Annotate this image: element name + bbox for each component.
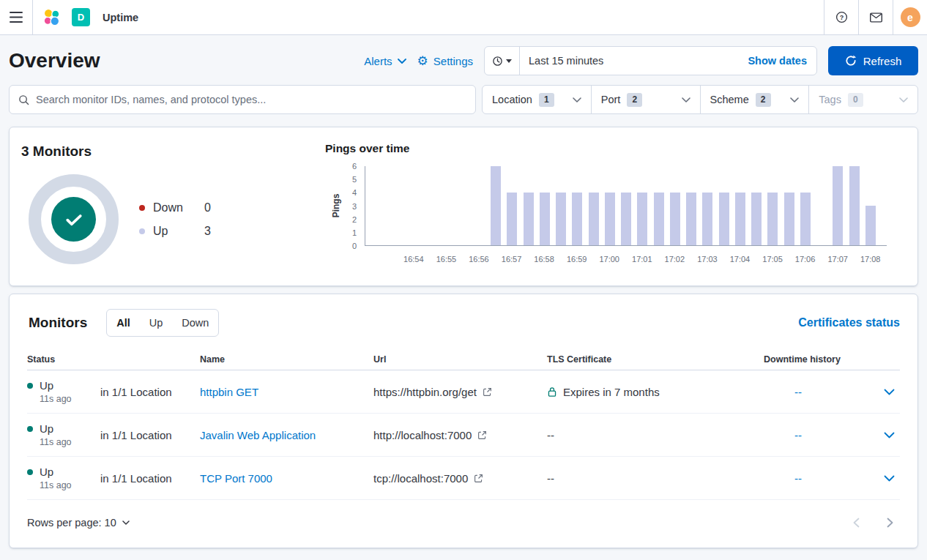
chevron-down-icon [122, 520, 130, 525]
x-tick-label: 17:07 [827, 255, 848, 264]
x-tick-label: 17:00 [599, 255, 619, 264]
table-row: Up 11s ago in 1/1 Location httpbin GET h… [27, 370, 900, 414]
ping-bar [589, 193, 599, 245]
filter-location[interactable]: Location 1 [483, 86, 592, 113]
tab-all[interactable]: All [107, 310, 140, 336]
ping-bar [735, 193, 745, 245]
mail-icon [870, 12, 882, 23]
pagination [846, 512, 900, 533]
search-input[interactable] [36, 94, 466, 105]
x-tick-label: 17:08 [860, 255, 881, 264]
ping-bar [654, 193, 664, 245]
ping-bar [865, 206, 876, 245]
status-text: Up [40, 466, 53, 478]
settings-button[interactable]: ⚙ Settings [417, 55, 473, 67]
help-icon: ? [835, 11, 848, 23]
ping-bar [800, 193, 811, 245]
gear-icon: ⚙ [417, 55, 428, 67]
quick-select-button[interactable] [485, 47, 520, 75]
x-tick-label: 17:01 [632, 255, 652, 264]
top-navigation-bar: D Uptime ? e [0, 0, 927, 35]
filter-scheme[interactable]: Scheme 2 [701, 86, 810, 113]
rows-per-page-button[interactable]: Rows per page: 10 [27, 517, 130, 529]
ping-bar [751, 193, 762, 245]
y-tick-label: 0 [352, 242, 357, 250]
time-range-value[interactable]: Last 15 minutes [520, 55, 738, 67]
up-dot-icon [139, 228, 145, 234]
refresh-icon [845, 55, 857, 67]
refresh-button[interactable]: Refresh [828, 46, 918, 75]
status-text: Up [40, 422, 53, 435]
alerts-dropdown[interactable]: Alerts [364, 55, 406, 67]
next-page-button[interactable] [879, 512, 900, 533]
chart-x-ticks: 16:5416:5516:5616:5716:5816:5917:0017:01… [365, 255, 887, 265]
col-downtime: Downtime history [764, 354, 878, 365]
ping-bar [572, 193, 582, 245]
ping-bar [702, 193, 712, 245]
x-tick-label: 17:04 [730, 255, 751, 264]
col-name: Name [200, 354, 373, 365]
page-header: Overview Alerts ⚙ Settings Last 15 minut… [0, 35, 927, 85]
expand-row-button[interactable] [878, 381, 900, 403]
newsfeed-button[interactable] [858, 0, 893, 34]
expand-row-button[interactable] [878, 467, 900, 489]
filter-tags-label: Tags [819, 94, 841, 105]
filter-location-count: 1 [539, 93, 554, 107]
filter-tags: Tags 0 [809, 86, 917, 113]
x-tick-label: 16:55 [436, 255, 457, 264]
external-link-icon[interactable] [477, 430, 487, 440]
ping-bar [767, 193, 778, 245]
certificates-status-link[interactable]: Certificates status [798, 316, 900, 329]
ping-bar [621, 193, 631, 245]
monitor-name-link[interactable]: TCP Port 7000 [200, 472, 272, 485]
legend-row-down: Down 0 [139, 196, 211, 220]
x-tick-label: 16:56 [469, 255, 489, 264]
expand-row-button[interactable] [878, 424, 900, 446]
filter-location-label: Location [492, 94, 532, 105]
external-link-icon[interactable] [483, 387, 492, 397]
tls-expiry: Expires in 7 months [563, 386, 660, 398]
status-dot [27, 469, 33, 475]
status-dot [27, 383, 33, 389]
y-tick-label: 4 [352, 188, 357, 197]
y-tick-label: 5 [352, 175, 357, 184]
external-link-icon[interactable] [474, 474, 483, 483]
chevron-left-icon [853, 518, 860, 528]
filter-tags-count: 0 [848, 93, 863, 107]
chevron-down-icon [884, 389, 895, 395]
help-button[interactable]: ? [824, 0, 858, 34]
show-dates-button[interactable]: Show dates [738, 55, 816, 67]
snapshot-panel: 3 Monitors Down 0 Up 3 Pings over time P… [9, 127, 918, 286]
chevron-right-icon [887, 518, 893, 528]
x-tick-label: 17:03 [697, 255, 718, 264]
ping-bar [605, 193, 615, 245]
monitors-title: Monitors [29, 315, 87, 331]
filter-bar: Location 1 Port 2 Scheme 2 Tags 0 [0, 85, 927, 114]
downtime-history: -- [764, 472, 878, 485]
tab-up[interactable]: Up [140, 310, 173, 336]
table-header-row: Status Name Url TLS Certificate Downtime… [27, 348, 900, 370]
monitor-name-link[interactable]: Javalin Web Application [200, 429, 316, 441]
filter-port-count: 2 [627, 93, 642, 107]
deployment-badge[interactable]: D [72, 8, 90, 26]
col-tls: TLS Certificate [547, 354, 764, 365]
x-tick-label: 17:05 [762, 255, 783, 264]
location-cell: in 1/1 Location [100, 472, 200, 485]
filter-port[interactable]: Port 2 [592, 86, 701, 113]
y-tick-label: 1 [352, 228, 357, 237]
x-tick-label: 16:59 [567, 255, 587, 264]
monitor-name-link[interactable]: httpbin GET [200, 386, 258, 398]
chart-y-ticks: 0123456 [336, 166, 361, 246]
tab-down[interactable]: Down [172, 310, 218, 336]
monitor-url: tcp://localhost:7000 [373, 472, 468, 485]
menu-button[interactable] [0, 0, 33, 34]
table-row: Up 11s ago in 1/1 Location TCP Port 7000… [27, 457, 900, 500]
location-cell: in 1/1 Location [100, 429, 200, 441]
x-tick-label: 16:57 [502, 255, 522, 264]
elastic-logo[interactable] [33, 7, 72, 27]
chevron-down-icon [573, 97, 581, 102]
svg-text:?: ? [839, 14, 843, 21]
search-icon [18, 94, 29, 105]
user-menu-button[interactable]: e [893, 0, 927, 34]
monitors-panel: Monitors All Up Down Certificates status… [9, 294, 918, 548]
